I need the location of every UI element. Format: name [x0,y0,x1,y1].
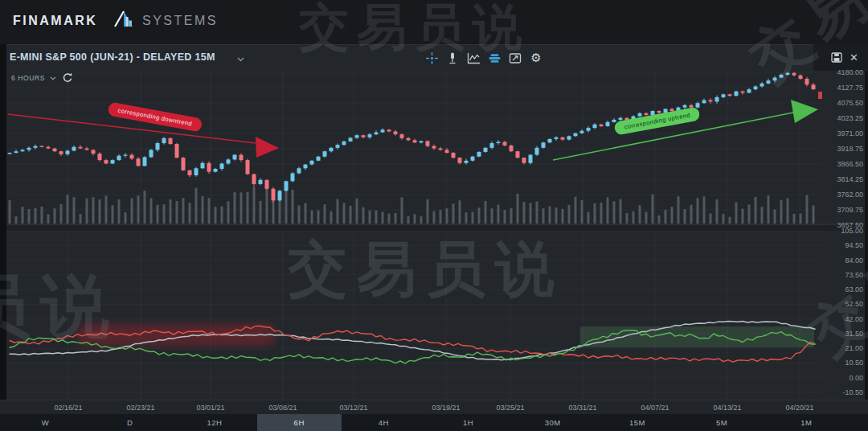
chevron-down-icon[interactable] [237,57,244,62]
chevron-down-icon[interactable] [50,76,56,80]
close-icon[interactable]: ✕ [850,52,858,63]
indicators-icon[interactable] [487,51,502,65]
time-tick-label: 03/01/21 [196,404,224,412]
window-controls: ✕ [813,44,868,71]
axis-tick-label: 94.50 [825,241,863,249]
timeframe-bar: WD12H6H4H1H30M15M5M1M [0,414,868,431]
time-tick-label: 04/07/21 [641,404,669,412]
axis-tick-label: 4075.50 [825,99,863,107]
timeframe-button-15m[interactable]: 15M [595,414,679,431]
axis-tick-label: -10.50 [825,388,863,396]
time-tick-label: 03/31/21 [568,404,596,412]
time-axis-labels: 02/16/2102/23/2103/01/2103/08/2103/12/21… [6,400,813,415]
axis-tick-label: 3971.00 [825,129,863,138]
axis-tick-label: 4180.00 [825,68,863,76]
timeframe-button-5m[interactable]: 5M [680,414,764,431]
time-tick-label: 03/19/21 [432,404,460,412]
time-axis: 02/16/2102/23/2103/01/2103/08/2103/12/21… [0,400,868,415]
axis-tick-label: 31.50 [825,330,863,338]
settings-gear-icon[interactable]: ⚙ [529,51,543,65]
chart-toolbar: ⚙ [424,51,543,65]
interval-selector: 6 HOURS [11,72,72,84]
chart-header: E-MINI S&P 500 (JUN-21) - DELAYED 15M ⚙ … [0,44,868,72]
refresh-icon[interactable] [61,72,72,84]
timeframe-button-4h[interactable]: 4H [342,414,426,431]
axis-tick-label: 84.00 [825,257,863,265]
timeframe-button-30m[interactable]: 30M [510,414,595,431]
axis-tick-label: 4023.25 [825,114,863,122]
axis-tick-label: 3814.25 [825,175,863,183]
axis-tick-label: 4127.75 [825,84,863,92]
crosshair-icon[interactable] [424,51,439,65]
marker-tool-icon[interactable] [445,51,460,65]
save-icon[interactable] [831,52,842,63]
timeframe-button-d[interactable]: D [88,414,172,431]
candlestick-series [8,72,816,202]
adx-line [10,322,815,360]
time-tick-label: 04/20/21 [785,404,813,412]
axis-tick-label: 105.00 [825,227,863,235]
axis-tick-label: 0.00 [825,374,863,382]
timeframe-button-w[interactable]: W [3,414,88,431]
interval-label[interactable]: 6 HOURS [11,74,45,82]
timeframe-button-1h[interactable]: 1H [426,414,510,431]
time-tick-label: 04/13/21 [713,404,741,412]
axis-tick-label: 42.00 [825,315,863,323]
time-tick-label: 03/12/21 [339,404,367,412]
axis-tick-label: 63.00 [825,285,863,293]
time-tick-label: 02/16/21 [54,404,82,412]
axis-tick-label: 3866.50 [825,160,863,168]
app-window: FINAMARK SYSTEMS E-MINI S&P 500 (JUN-21)… [0,0,868,431]
di-minus-line [10,326,815,363]
timeframe-button-1m[interactable]: 1M [764,414,849,431]
line-chart-icon[interactable] [466,51,481,65]
time-tick-label: 02/23/21 [126,404,154,412]
symbol-title[interactable]: E-MINI S&P 500 (JUN-21) - DELAYED 15M [10,51,215,63]
downtrend-arrowhead [256,137,279,158]
timeframe-button-6h[interactable]: 6H [257,414,342,431]
time-tick-label: 03/08/21 [268,404,297,412]
volume-series [9,186,815,224]
axis-tick-label: 10.50 [825,359,863,367]
timeframe-button-12h[interactable]: 12H [172,414,256,431]
axis-tick-label: 73.50 [825,271,863,279]
time-tick-label: 03/25/21 [496,404,524,412]
axis-tick-label: 3918.75 [825,145,863,153]
axis-tick-label: 3709.75 [825,206,863,214]
axis-tick-label: 3762.00 [825,191,863,199]
current-price-marker [818,92,822,99]
axis-tick-label: 21.00 [825,344,863,352]
axis-tick-label: 52.50 [825,300,863,308]
snapshot-icon[interactable] [508,51,522,65]
